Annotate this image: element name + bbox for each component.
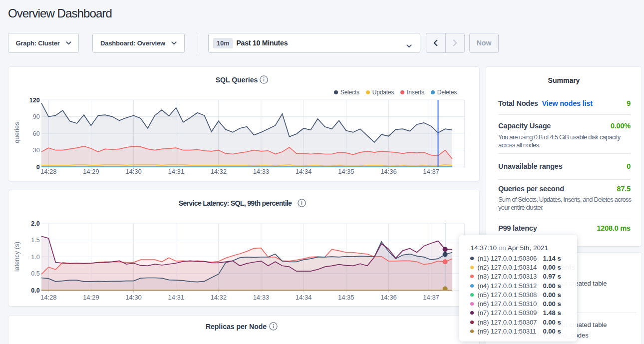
svg-text:latency (s): latency (s) (13, 242, 20, 272)
svg-text:14:31: 14:31 (168, 168, 184, 175)
svg-text:14:29: 14:29 (83, 294, 99, 301)
svg-text:90: 90 (33, 113, 40, 120)
svg-text:14:31: 14:31 (168, 294, 184, 301)
svg-text:14:36: 14:36 (380, 168, 397, 175)
svg-text:14:32: 14:32 (211, 168, 227, 175)
svg-text:14:34: 14:34 (296, 294, 312, 301)
svg-text:14:36: 14:36 (380, 294, 397, 301)
svg-text:14:34: 14:34 (296, 168, 312, 175)
svg-text:14:32: 14:32 (211, 294, 227, 301)
svg-text:14:30: 14:30 (125, 168, 142, 175)
svg-text:60: 60 (33, 130, 40, 137)
svg-text:14:28: 14:28 (40, 168, 57, 175)
svg-text:14:35: 14:35 (338, 294, 354, 301)
svg-text:120: 120 (29, 97, 40, 104)
svg-text:14:33: 14:33 (253, 294, 270, 301)
svg-text:0.5: 0.5 (31, 270, 39, 277)
svg-text:14:28: 14:28 (40, 294, 57, 301)
svg-text:14:37: 14:37 (423, 294, 439, 301)
svg-text:0: 0 (36, 164, 40, 171)
svg-text:queries: queries (13, 122, 20, 143)
svg-text:1.5: 1.5 (31, 237, 39, 244)
svg-text:1.0: 1.0 (31, 254, 39, 261)
svg-text:14:35: 14:35 (338, 168, 354, 175)
svg-text:0.0: 0.0 (31, 287, 39, 294)
svg-text:14:30: 14:30 (125, 294, 142, 301)
svg-text:14:37: 14:37 (423, 168, 439, 175)
svg-text:30: 30 (33, 147, 40, 154)
svg-text:14:33: 14:33 (253, 168, 270, 175)
svg-text:2.0: 2.0 (31, 220, 39, 227)
svg-text:14:29: 14:29 (83, 168, 99, 175)
